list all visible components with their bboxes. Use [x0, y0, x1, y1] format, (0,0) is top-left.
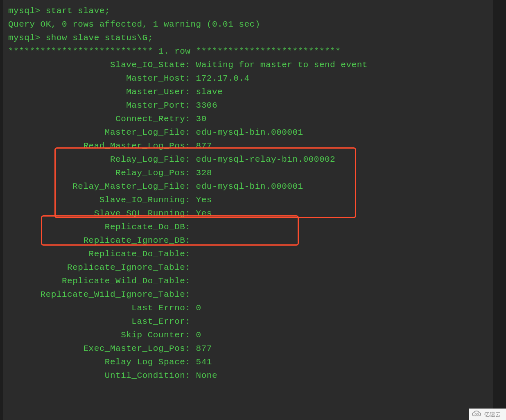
status-field-row: Last_Error: — [8, 315, 488, 328]
status-field-row: Relay_Log_Space: 541 — [8, 355, 488, 369]
status-field-row: Replicate_Wild_Do_Table: — [8, 274, 488, 288]
status-field-row: Connect_Retry: 30 — [8, 112, 488, 126]
status-field-row: Relay_Master_Log_File: edu-mysql-bin.000… — [8, 180, 488, 193]
watermark-text: 亿速云 — [484, 411, 501, 418]
status-field-row: Exec_Master_Log_Pos: 877 — [8, 342, 488, 355]
status-field-row: Replicate_Do_Table: — [8, 247, 488, 261]
query-result: Query OK, 0 rows affected, 1 warning (0.… — [8, 18, 488, 31]
svg-point-1 — [477, 413, 479, 415]
command-line: mysql> start slave; — [8, 4, 488, 18]
status-field-row: Slave_IO_Running: Yes — [8, 193, 488, 207]
status-field-row: Last_Errno: 0 — [8, 301, 488, 315]
status-field-row: Master_Log_File: edu-mysql-bin.000001 — [8, 126, 488, 139]
status-field-row: Replicate_Ignore_Table: — [8, 261, 488, 274]
status-field-row: Read_Master_Log_Pos: 877 — [8, 139, 488, 153]
svg-point-0 — [475, 413, 477, 415]
status-field-row: Relay_Log_File: edu-mysql-relay-bin.0000… — [8, 153, 488, 166]
status-field-row: Relay_Log_Pos: 328 — [8, 166, 488, 180]
status-field-row: Slave_IO_State: Waiting for master to se… — [8, 58, 488, 72]
status-field-row: Slave_SQL_Running: Yes — [8, 207, 488, 220]
status-field-row: Replicate_Wild_Ignore_Table: — [8, 288, 488, 301]
status-fields: Slave_IO_State: Waiting for master to se… — [8, 58, 488, 382]
watermark: 亿速云 — [469, 409, 506, 420]
status-field-row: Replicate_Do_DB: — [8, 220, 488, 234]
status-field-row: Until_Condition: None — [8, 369, 488, 382]
status-field-row: Master_Port: 3306 — [8, 99, 488, 112]
cloud-icon — [472, 410, 481, 418]
row-separator: *************************** 1. row *****… — [8, 45, 488, 58]
status-field-row: Master_User: slave — [8, 85, 488, 99]
terminal-output: mysql> start slave; Query OK, 0 rows aff… — [3, 0, 493, 420]
status-field-row: Replicate_Ignore_DB: — [8, 234, 488, 247]
command-line: mysql> show slave status\G; — [8, 31, 488, 45]
status-field-row: Master_Host: 172.17.0.4 — [8, 72, 488, 85]
status-field-row: Skip_Counter: 0 — [8, 328, 488, 342]
